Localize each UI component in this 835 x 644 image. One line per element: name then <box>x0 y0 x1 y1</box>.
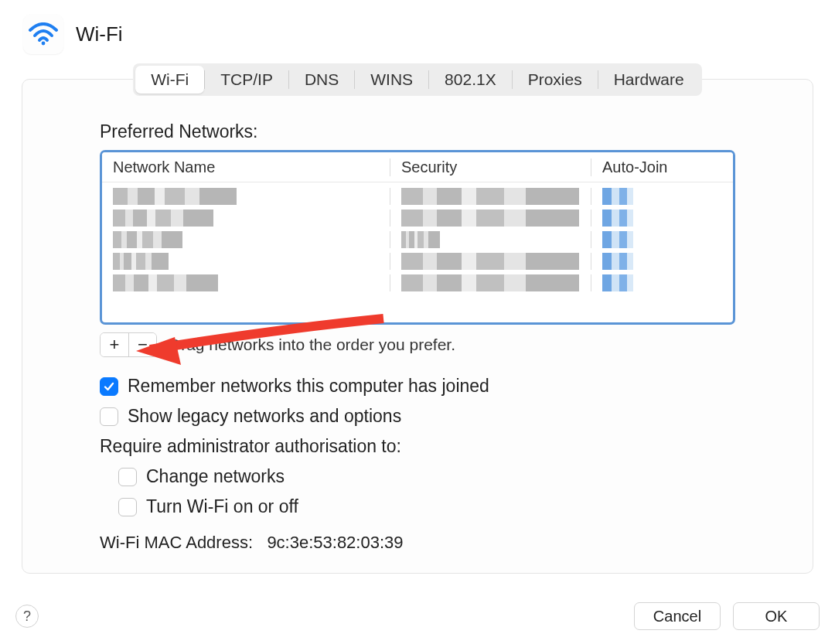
mac-address-value: 9c:3e:53:82:03:39 <box>267 533 403 552</box>
admin-auth-label: Require administrator authorisation to: <box>100 436 735 457</box>
column-security[interactable]: Security <box>390 158 591 176</box>
remove-network-button[interactable]: − <box>128 333 156 356</box>
table-row[interactable] <box>102 229 733 250</box>
tab-hardware[interactable]: Hardware <box>598 66 700 94</box>
table-row[interactable] <box>102 186 733 207</box>
show-legacy-checkbox[interactable] <box>100 407 118 426</box>
help-button[interactable]: ? <box>15 605 39 628</box>
tab-wins[interactable]: WINS <box>355 66 428 94</box>
drag-order-hint: Drag networks into the order you prefer. <box>169 336 455 354</box>
table-row[interactable] <box>102 207 733 229</box>
column-autojoin[interactable]: Auto-Join <box>591 158 733 176</box>
preferred-networks-label: Preferred Networks: <box>100 121 735 142</box>
content-panel: Preferred Networks: Network Name Securit… <box>22 79 813 574</box>
page-title: Wi-Fi <box>76 22 123 46</box>
table-row[interactable] <box>102 272 733 294</box>
svg-point-0 <box>42 42 46 46</box>
change-networks-label: Change networks <box>146 466 285 487</box>
mac-address-row: Wi-Fi MAC Address: 9c:3e:53:82:03:39 <box>100 533 735 553</box>
window-header: Wi-Fi <box>0 0 835 63</box>
table-row[interactable] <box>102 250 733 272</box>
add-network-button[interactable]: + <box>101 333 128 356</box>
tab-802-1x[interactable]: 802.1X <box>429 66 512 94</box>
tabs: Wi-FiTCP/IPDNSWINS802.1XProxiesHardware <box>0 63 835 96</box>
show-legacy-label: Show legacy networks and options <box>128 406 401 427</box>
wifi-icon <box>23 14 63 54</box>
toggle-wifi-label: Turn Wi-Fi on or off <box>146 496 298 517</box>
cancel-button[interactable]: Cancel <box>634 602 721 630</box>
ok-button[interactable]: OK <box>733 602 820 630</box>
preferred-networks-table[interactable]: Network Name Security Auto-Join <box>100 150 735 325</box>
remember-networks-label: Remember networks this computer has join… <box>128 376 489 397</box>
tab-tcp-ip[interactable]: TCP/IP <box>205 66 288 94</box>
tab-dns[interactable]: DNS <box>289 66 354 94</box>
toggle-wifi-checkbox[interactable] <box>118 498 137 516</box>
column-network-name[interactable]: Network Name <box>102 158 390 176</box>
change-networks-checkbox[interactable] <box>118 468 137 486</box>
mac-address-label: Wi-Fi MAC Address: <box>100 533 253 552</box>
tab-proxies[interactable]: Proxies <box>513 66 598 94</box>
remember-networks-checkbox[interactable] <box>100 377 118 396</box>
tab-wi-fi[interactable]: Wi-Fi <box>135 66 204 94</box>
